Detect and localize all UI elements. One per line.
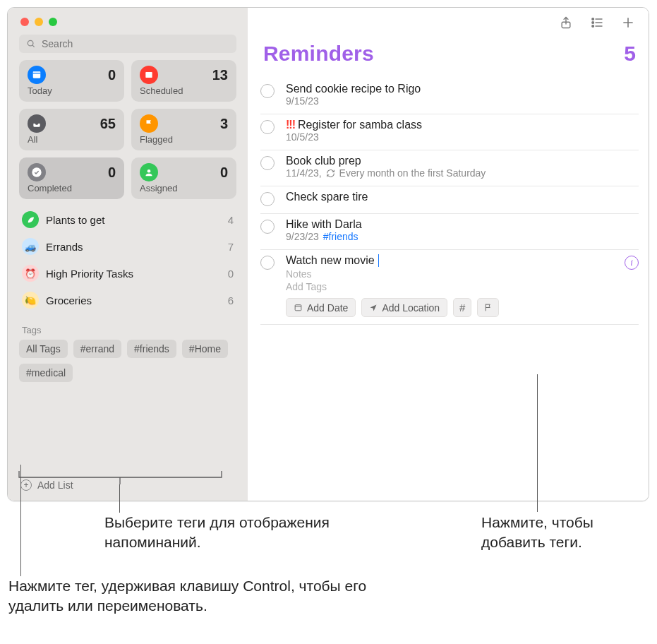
window-controls bbox=[8, 8, 248, 32]
reminder-title: Send cookie recipe to Rigo bbox=[286, 83, 633, 95]
smartlist-label: Completed bbox=[28, 183, 116, 193]
view-options-button[interactable] bbox=[589, 15, 605, 30]
list-name: Errands bbox=[46, 241, 83, 253]
reminder-tag[interactable]: #friends bbox=[323, 231, 358, 242]
main-pane: Reminders 5 Send cookie recipe to Rigo 9… bbox=[248, 8, 649, 501]
search-icon bbox=[26, 39, 36, 49]
svg-point-12 bbox=[592, 22, 594, 24]
reminder-title: Register for samba class bbox=[298, 119, 422, 131]
calendar-today-icon bbox=[28, 66, 46, 84]
priority-indicator: !!! bbox=[286, 119, 295, 131]
svg-point-8 bbox=[147, 169, 151, 173]
flag-outline-icon bbox=[483, 303, 493, 312]
leader-line bbox=[119, 484, 120, 513]
smartlist-today[interactable]: 0 Today bbox=[19, 60, 124, 102]
add-location-chip[interactable]: Add Location bbox=[361, 298, 447, 317]
flag-icon bbox=[140, 114, 158, 133]
reminder-row-editing[interactable]: Watch new movie Notes Add Tags Add Date … bbox=[260, 250, 639, 325]
completion-circle[interactable] bbox=[260, 156, 275, 170]
list-item[interactable]: 🍋 Groceries 6 bbox=[15, 287, 241, 314]
smartlist-all[interactable]: 65 All bbox=[19, 109, 124, 150]
list-item[interactable]: 🚙 Errands 7 bbox=[15, 233, 241, 260]
tag-errand[interactable]: #errand bbox=[73, 340, 121, 358]
list-name: Plants to get bbox=[46, 214, 104, 226]
list-count: 0 bbox=[228, 268, 234, 280]
toolbar bbox=[248, 8, 649, 36]
close-window-button[interactable] bbox=[20, 18, 29, 26]
add-tags-placeholder[interactable]: Add Tags bbox=[286, 281, 619, 292]
completion-circle[interactable] bbox=[260, 256, 275, 270]
reminder-row[interactable]: Check spare tire bbox=[260, 186, 639, 214]
reminder-title-editing[interactable]: Watch new movie bbox=[286, 254, 375, 267]
leader-line bbox=[20, 465, 21, 576]
completion-circle[interactable] bbox=[260, 120, 275, 134]
leader-line bbox=[537, 374, 538, 512]
reminder-title: Check spare tire bbox=[286, 191, 633, 203]
page-title: Reminders bbox=[263, 42, 374, 66]
car-icon: 🚙 bbox=[22, 238, 39, 255]
svg-point-10 bbox=[592, 18, 594, 20]
svg-point-14 bbox=[592, 25, 594, 28]
smartlist-label: All bbox=[28, 134, 116, 145]
completion-circle[interactable] bbox=[260, 220, 275, 234]
smartlist-label: Flagged bbox=[140, 134, 228, 145]
search-field[interactable] bbox=[19, 35, 236, 53]
reminder-row[interactable]: Book club prep 11/4/23, Every month on t… bbox=[260, 150, 639, 186]
add-flag-chip[interactable] bbox=[477, 298, 499, 317]
list-total-count: 5 bbox=[624, 42, 636, 66]
list-item[interactable]: Plants to get 4 bbox=[15, 206, 241, 233]
smartlist-count: 3 bbox=[220, 116, 228, 132]
smartlist-completed[interactable]: 0 Completed bbox=[19, 157, 124, 199]
reminder-date: 9/23/23 bbox=[286, 231, 319, 242]
person-icon bbox=[140, 163, 158, 181]
smartlist-count: 0 bbox=[220, 165, 228, 181]
list-count: 4 bbox=[228, 214, 234, 226]
notes-placeholder[interactable]: Notes bbox=[286, 268, 619, 280]
reminder-subtitle: 9/15/23 bbox=[286, 95, 633, 107]
hashtag-icon: # bbox=[459, 302, 465, 314]
tags-heading: Tags bbox=[19, 322, 236, 340]
new-reminder-button[interactable] bbox=[620, 15, 636, 30]
info-button[interactable]: i bbox=[625, 256, 639, 270]
tag-friends[interactable]: #friends bbox=[127, 340, 176, 358]
smartlist-label: Today bbox=[28, 85, 116, 96]
completion-circle[interactable] bbox=[260, 84, 275, 98]
smartlist-label: Scheduled bbox=[140, 85, 228, 96]
add-tag-chip[interactable]: # bbox=[453, 298, 471, 317]
repeat-icon bbox=[326, 169, 335, 178]
reminder-row[interactable]: Hike with Darla 9/23/23 #friends bbox=[260, 214, 639, 250]
annotation-select-tags: Выберите теги для отображения напоминани… bbox=[104, 513, 330, 553]
smartlist-scheduled[interactable]: 13 Scheduled bbox=[131, 60, 236, 102]
svg-point-0 bbox=[28, 40, 33, 46]
reminder-title: Book club prep bbox=[286, 155, 633, 167]
reminder-row[interactable]: !!! Register for samba class 10/5/23 bbox=[260, 114, 639, 150]
reminder-subtitle: 10/5/23 bbox=[286, 131, 633, 143]
search-input[interactable] bbox=[42, 38, 229, 49]
app-window: 0 Today 13 Scheduled 65 All 3 Flagged bbox=[7, 7, 649, 501]
my-lists: Plants to get 4 🚙 Errands 7 ⏰ High Prior… bbox=[8, 199, 248, 318]
text-cursor bbox=[378, 254, 380, 267]
tag-home[interactable]: #Home bbox=[182, 340, 228, 358]
list-item[interactable]: ⏰ High Priority Tasks 0 bbox=[15, 260, 241, 287]
minimize-window-button[interactable] bbox=[35, 18, 43, 26]
smartlist-flagged[interactable]: 3 Flagged bbox=[131, 109, 236, 150]
chip-label: Add Location bbox=[382, 302, 440, 314]
reminder-row[interactable]: Send cookie recipe to Rigo 9/15/23 bbox=[260, 78, 639, 114]
smartlist-count: 0 bbox=[108, 165, 116, 181]
zoom-window-button[interactable] bbox=[49, 18, 57, 26]
svg-rect-18 bbox=[295, 305, 301, 311]
list-name: High Priority Tasks bbox=[46, 268, 133, 280]
tag-all[interactable]: All Tags bbox=[19, 340, 68, 358]
add-date-chip[interactable]: Add Date bbox=[286, 298, 356, 317]
location-arrow-icon bbox=[369, 304, 378, 312]
smartlist-assigned[interactable]: 0 Assigned bbox=[131, 157, 236, 199]
completion-circle[interactable] bbox=[260, 192, 275, 206]
reminder-title: Hike with Darla bbox=[286, 218, 633, 231]
tray-icon bbox=[28, 114, 46, 133]
tag-medical[interactable]: #medical bbox=[19, 364, 73, 382]
sidebar: 0 Today 13 Scheduled 65 All 3 Flagged bbox=[8, 8, 248, 501]
share-button[interactable] bbox=[558, 15, 574, 30]
list-name: Groceries bbox=[46, 294, 92, 306]
bracket-icon bbox=[18, 470, 223, 486]
lemon-icon: 🍋 bbox=[22, 292, 39, 309]
